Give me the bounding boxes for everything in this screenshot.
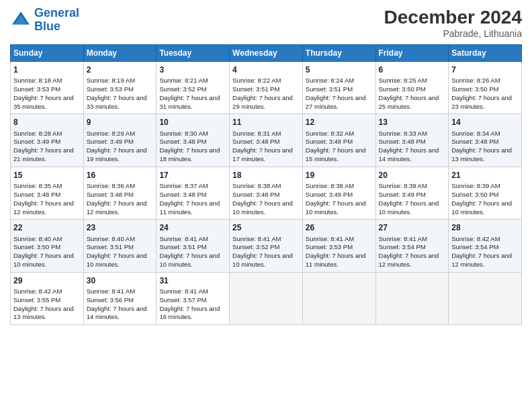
calendar-cell: 29Sunrise: 8:42 AMSunset: 3:55 PMDayligh… bbox=[11, 272, 84, 324]
daylight: Daylight: 7 hours and 19 minutes. bbox=[87, 146, 147, 163]
calendar-cell: 17Sunrise: 8:37 AMSunset: 3:48 PMDayligh… bbox=[157, 167, 230, 219]
sunset: Sunset: 3:48 PM bbox=[13, 191, 60, 198]
sunset: Sunset: 3:52 PM bbox=[159, 85, 206, 93]
sunrise: Sunrise: 8:31 AM bbox=[232, 130, 281, 137]
daylight: Daylight: 7 hours and 14 minutes. bbox=[379, 146, 439, 163]
day-number: 16 bbox=[87, 170, 154, 181]
sunrise: Sunrise: 8:32 AM bbox=[306, 130, 354, 137]
calendar-cell: 13Sunrise: 8:33 AMSunset: 3:48 PMDayligh… bbox=[375, 114, 449, 167]
day-number: 19 bbox=[306, 170, 373, 181]
calendar-cell: 22Sunrise: 8:40 AMSunset: 3:50 PMDayligh… bbox=[11, 220, 84, 272]
sunrise: Sunrise: 8:38 AM bbox=[232, 182, 281, 189]
calendar-cell: 30Sunrise: 8:41 AMSunset: 3:56 PMDayligh… bbox=[83, 272, 157, 324]
sunset: Sunset: 3:48 PM bbox=[232, 138, 279, 145]
sunrise: Sunrise: 8:41 AM bbox=[232, 235, 281, 242]
sunset: Sunset: 3:48 PM bbox=[232, 191, 279, 198]
sunset: Sunset: 3:56 PM bbox=[87, 296, 134, 304]
daylight: Daylight: 7 hours and 10 minutes. bbox=[232, 199, 293, 216]
sunset: Sunset: 3:49 PM bbox=[379, 191, 426, 198]
sunrise: Sunrise: 8:42 AM bbox=[451, 235, 500, 242]
calendar-week-3: 15Sunrise: 8:35 AMSunset: 3:48 PMDayligh… bbox=[11, 167, 522, 219]
sunset: Sunset: 3:50 PM bbox=[451, 191, 498, 198]
day-number: 11 bbox=[232, 117, 300, 128]
sunrise: Sunrise: 8:42 AM bbox=[13, 287, 62, 295]
calendar-week-5: 29Sunrise: 8:42 AMSunset: 3:55 PMDayligh… bbox=[11, 272, 522, 324]
daylight: Daylight: 7 hours and 31 minutes. bbox=[159, 94, 220, 110]
day-number: 13 bbox=[379, 117, 446, 128]
sunrise: Sunrise: 8:21 AM bbox=[159, 77, 208, 84]
logo-text: General Blue bbox=[34, 7, 79, 34]
daylight: Daylight: 7 hours and 10 minutes. bbox=[13, 252, 74, 268]
calendar-cell: 20Sunrise: 8:39 AMSunset: 3:49 PMDayligh… bbox=[375, 167, 449, 219]
sunrise: Sunrise: 8:41 AM bbox=[87, 287, 135, 295]
daylight: Daylight: 7 hours and 10 minutes. bbox=[306, 199, 366, 216]
sunset: Sunset: 3:53 PM bbox=[306, 243, 353, 250]
calendar-cell: 1Sunrise: 8:18 AMSunset: 3:53 PMDaylight… bbox=[11, 62, 84, 114]
sunset: Sunset: 3:54 PM bbox=[451, 243, 498, 250]
day-number: 27 bbox=[379, 222, 446, 233]
sunrise: Sunrise: 8:33 AM bbox=[379, 130, 427, 137]
calendar-cell: 2Sunrise: 8:19 AMSunset: 3:53 PMDaylight… bbox=[83, 62, 157, 114]
daylight: Daylight: 7 hours and 21 minutes. bbox=[13, 146, 74, 163]
calendar-cell: 10Sunrise: 8:30 AMSunset: 3:48 PMDayligh… bbox=[157, 114, 230, 167]
daylight: Daylight: 7 hours and 14 minutes. bbox=[87, 305, 147, 321]
daylight: Daylight: 7 hours and 10 minutes. bbox=[232, 252, 293, 268]
sunset: Sunset: 3:51 PM bbox=[159, 243, 206, 250]
day-number: 15 bbox=[13, 170, 81, 181]
sunrise: Sunrise: 8:29 AM bbox=[87, 130, 135, 137]
calendar-header-row: Sunday Monday Tuesday Wednesday Thursday… bbox=[11, 45, 522, 62]
daylight: Daylight: 7 hours and 12 minutes. bbox=[13, 199, 74, 216]
page: General Blue December 2024 Pabrade, Lith… bbox=[0, 0, 532, 411]
daylight: Daylight: 7 hours and 10 minutes. bbox=[87, 252, 147, 268]
sunrise: Sunrise: 8:41 AM bbox=[159, 287, 208, 295]
calendar-cell: 27Sunrise: 8:41 AMSunset: 3:54 PMDayligh… bbox=[375, 220, 449, 272]
sunrise: Sunrise: 8:28 AM bbox=[13, 130, 62, 137]
day-number: 23 bbox=[87, 222, 154, 233]
day-number: 14 bbox=[451, 117, 519, 128]
sunrise: Sunrise: 8:40 AM bbox=[87, 235, 135, 242]
sunrise: Sunrise: 8:26 AM bbox=[451, 77, 500, 84]
daylight: Daylight: 7 hours and 17 minutes. bbox=[232, 146, 293, 163]
day-number: 10 bbox=[159, 117, 226, 128]
calendar-cell: 6Sunrise: 8:25 AMSunset: 3:50 PMDaylight… bbox=[375, 62, 449, 114]
calendar-cell bbox=[230, 272, 303, 324]
sunset: Sunset: 3:53 PM bbox=[87, 85, 134, 93]
calendar-cell: 24Sunrise: 8:41 AMSunset: 3:51 PMDayligh… bbox=[157, 220, 230, 272]
day-number: 28 bbox=[451, 222, 519, 233]
calendar-body: 1Sunrise: 8:18 AMSunset: 3:53 PMDaylight… bbox=[11, 62, 522, 325]
daylight: Daylight: 7 hours and 12 minutes. bbox=[87, 199, 147, 216]
sunset: Sunset: 3:57 PM bbox=[159, 296, 206, 304]
calendar-cell: 25Sunrise: 8:41 AMSunset: 3:52 PMDayligh… bbox=[230, 220, 303, 272]
day-number: 21 bbox=[451, 170, 519, 181]
day-number: 18 bbox=[232, 170, 300, 181]
sunset: Sunset: 3:51 PM bbox=[87, 243, 134, 250]
calendar-cell: 14Sunrise: 8:34 AMSunset: 3:48 PMDayligh… bbox=[449, 114, 522, 167]
sunset: Sunset: 3:49 PM bbox=[306, 191, 353, 198]
sunset: Sunset: 3:48 PM bbox=[379, 138, 426, 145]
day-number: 5 bbox=[306, 64, 373, 75]
logo-icon bbox=[10, 9, 32, 31]
day-number: 20 bbox=[379, 170, 446, 181]
sunset: Sunset: 3:51 PM bbox=[232, 85, 279, 93]
calendar-cell: 23Sunrise: 8:40 AMSunset: 3:51 PMDayligh… bbox=[83, 220, 157, 272]
daylight: Daylight: 7 hours and 10 minutes. bbox=[451, 199, 512, 216]
daylight: Daylight: 7 hours and 25 minutes. bbox=[379, 94, 439, 110]
sunset: Sunset: 3:54 PM bbox=[379, 243, 426, 250]
col-sunday: Sunday bbox=[11, 45, 84, 62]
sunrise: Sunrise: 8:19 AM bbox=[87, 77, 135, 84]
sunrise: Sunrise: 8:38 AM bbox=[306, 182, 354, 189]
calendar-cell bbox=[302, 272, 375, 324]
sunrise: Sunrise: 8:41 AM bbox=[159, 235, 208, 242]
sunset: Sunset: 3:50 PM bbox=[13, 243, 60, 250]
day-number: 1 bbox=[13, 64, 81, 75]
calendar-cell bbox=[449, 272, 522, 324]
header: General Blue December 2024 Pabrade, Lith… bbox=[10, 7, 522, 39]
calendar-cell: 8Sunrise: 8:28 AMSunset: 3:49 PMDaylight… bbox=[11, 114, 84, 167]
day-number: 6 bbox=[379, 64, 446, 75]
sunset: Sunset: 3:55 PM bbox=[13, 296, 60, 304]
day-number: 7 bbox=[451, 64, 519, 75]
calendar-week-4: 22Sunrise: 8:40 AMSunset: 3:50 PMDayligh… bbox=[11, 220, 522, 272]
day-number: 2 bbox=[87, 64, 154, 75]
daylight: Daylight: 7 hours and 12 minutes. bbox=[451, 252, 512, 268]
day-number: 24 bbox=[159, 222, 226, 233]
